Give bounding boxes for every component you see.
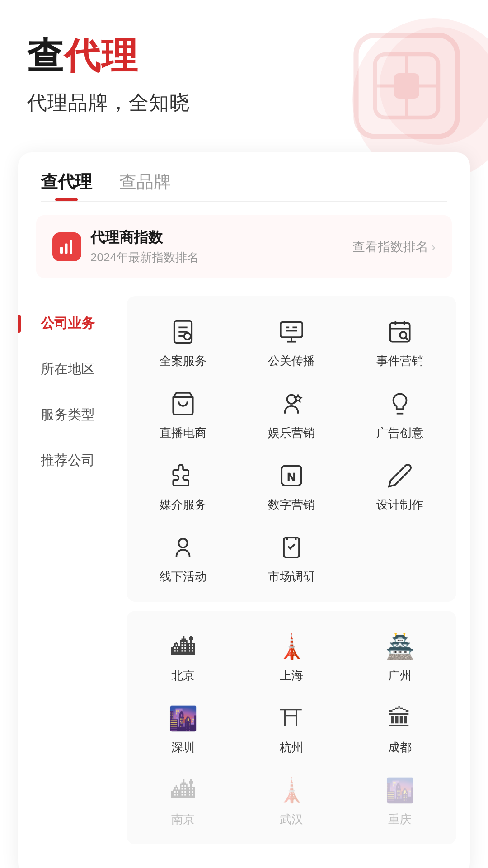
- item-zhibo[interactable]: 直播电商: [131, 377, 235, 449]
- sidebar-item-region[interactable]: 所在地区: [18, 346, 117, 392]
- app-logo: 查代理: [27, 36, 461, 76]
- cart-icon: [167, 388, 199, 420]
- location-more3[interactable]: 🌆 重庆: [348, 764, 452, 835]
- index-subtitle: 2024年最新指数排名: [90, 250, 199, 265]
- chevron-right-icon: ›: [431, 239, 436, 255]
- more1-icon: 🏙: [167, 774, 199, 806]
- item-yule[interactable]: 娱乐营销: [239, 377, 343, 449]
- sidebar-item-recommend[interactable]: 推荐公司: [18, 438, 117, 483]
- puzzle-icon: [167, 460, 199, 491]
- location-beijing[interactable]: 🏙 北京: [131, 620, 235, 692]
- sidebar-nav: 公司业务 所在地区 服务类型 推荐公司: [18, 292, 117, 858]
- business-row-4: 线下活动 市场调研: [131, 521, 452, 593]
- more3-icon: 🌆: [384, 774, 416, 806]
- location-row-3: 🏙 南京 🗼 武汉 🌆 重庆: [131, 764, 452, 835]
- index-icon-box: [52, 232, 81, 261]
- index-info: 代理商指数 2024年最新指数排名: [90, 228, 199, 265]
- item-zhibo-label: 直播电商: [160, 425, 206, 441]
- location-grid-section: 🏙 北京 🗼 上海 🏯 广州 🌆 深圳: [127, 611, 456, 844]
- index-link[interactable]: 查看指数排名 ›: [352, 238, 436, 255]
- item-gongguan-label: 公关传播: [268, 353, 315, 369]
- svg-point-28: [287, 395, 296, 404]
- chengdu-icon: 🏛: [384, 703, 416, 734]
- sidebar-item-service[interactable]: 服务类型: [18, 392, 117, 438]
- item-sheji[interactable]: 设计制作: [348, 449, 452, 521]
- location-guangzhou-label: 广州: [388, 668, 412, 684]
- index-title: 代理商指数: [90, 228, 199, 248]
- item-guanggao[interactable]: 广告创意: [348, 377, 452, 449]
- location-row-1: 🏙 北京 🗼 上海 🏯 广州: [131, 620, 452, 692]
- location-more1-label: 南京: [171, 811, 195, 827]
- item-meijie-label: 媒介服务: [160, 497, 206, 513]
- location-shenzhen[interactable]: 🌆 深圳: [131, 692, 235, 764]
- item-quanan-label: 全案服务: [160, 353, 206, 369]
- location-more2[interactable]: 🗼 武汉: [239, 764, 343, 835]
- index-banner[interactable]: 代理商指数 2024年最新指数排名 查看指数排名 ›: [36, 215, 452, 278]
- main-card: 查代理 查品牌 代理商指数 2024年最新指数排名 查看指数排名 ›: [18, 152, 470, 868]
- item-meijie[interactable]: 媒介服务: [131, 449, 235, 521]
- business-row-2: 直播电商 娱乐营销 广告创意: [131, 377, 452, 449]
- star-person-icon: [276, 388, 307, 420]
- tab-divider: [41, 201, 447, 202]
- location-guangzhou[interactable]: 🏯 广州: [348, 620, 452, 692]
- hangzhou-icon: ⛩: [276, 703, 307, 734]
- chart-icon: [59, 239, 75, 255]
- calendar-search-icon: [384, 316, 416, 348]
- svg-rect-15: [281, 322, 302, 337]
- tabs-container: 查代理 查品牌: [18, 152, 470, 201]
- tab-agency[interactable]: 查代理: [41, 170, 92, 201]
- location-hangzhou[interactable]: ⛩ 杭州: [239, 692, 343, 764]
- item-shichang[interactable]: 市场调研: [239, 521, 343, 593]
- location-more1[interactable]: 🏙 南京: [131, 764, 235, 835]
- logo-black-text: 查: [27, 36, 64, 76]
- person-icon: [167, 532, 199, 563]
- svg-point-31: [178, 539, 187, 547]
- location-more2-label: 武汉: [280, 811, 303, 827]
- shanghai-icon: 🗼: [276, 631, 307, 662]
- item-shijian[interactable]: 事件营销: [348, 305, 452, 377]
- monitor-icon: [276, 316, 307, 348]
- item-gongguan[interactable]: 公关传播: [239, 305, 343, 377]
- svg-line-26: [406, 338, 408, 340]
- header: 查代理 代理品牌，全知晓: [0, 0, 488, 134]
- item-xianxia[interactable]: 线下活动: [131, 521, 235, 593]
- business-grid-section: 全案服务 公关传播 事件营销: [127, 296, 456, 602]
- svg-rect-9: [70, 240, 72, 254]
- more2-icon: 🗼: [276, 774, 307, 806]
- guangzhou-icon: 🏯: [384, 631, 416, 662]
- business-row-1: 全案服务 公关传播 事件营销: [131, 305, 452, 377]
- logo-red-text: 代理: [64, 36, 138, 76]
- location-beijing-label: 北京: [171, 668, 195, 684]
- beijing-icon: 🏙: [167, 631, 199, 662]
- svg-rect-8: [65, 243, 68, 254]
- item-quanan[interactable]: 全案服务: [131, 305, 235, 377]
- sidebar-item-biz[interactable]: 公司业务: [18, 301, 117, 346]
- svg-point-14: [184, 333, 191, 340]
- location-shenzhen-label: 深圳: [171, 740, 195, 755]
- item-shichang-label: 市场调研: [268, 569, 315, 585]
- item-guanggao-label: 广告创意: [376, 425, 423, 441]
- bulb-icon: [384, 388, 416, 420]
- item-sheji-label: 设计制作: [376, 497, 423, 513]
- svg-rect-7: [60, 247, 63, 254]
- location-row-2: 🌆 深圳 ⛩ 杭州 🏛 成都: [131, 692, 452, 764]
- item-yule-label: 娱乐营销: [268, 425, 315, 441]
- item-shuzi[interactable]: N 数字营销: [239, 449, 343, 521]
- location-shanghai-label: 上海: [280, 668, 303, 684]
- svg-text:N: N: [287, 470, 296, 484]
- item-shijian-label: 事件营销: [376, 353, 423, 369]
- location-more3-label: 重庆: [388, 811, 412, 827]
- N-box-icon: N: [276, 460, 307, 491]
- location-chengdu[interactable]: 🏛 成都: [348, 692, 452, 764]
- location-shanghai[interactable]: 🗼 上海: [239, 620, 343, 692]
- index-banner-left: 代理商指数 2024年最新指数排名: [52, 228, 199, 265]
- category-section: 公司业务 所在地区 服务类型 推荐公司 全案服务: [18, 292, 470, 858]
- svg-point-25: [400, 332, 407, 339]
- index-link-text: 查看指数排名: [352, 238, 428, 255]
- item-shuzi-label: 数字营销: [268, 497, 315, 513]
- business-row-3: 媒介服务 N 数字营销 设计制作: [131, 449, 452, 521]
- location-chengdu-label: 成都: [388, 740, 412, 755]
- tab-brand[interactable]: 查品牌: [119, 170, 171, 201]
- item-placeholder: [348, 521, 452, 593]
- item-xianxia-label: 线下活动: [160, 569, 206, 585]
